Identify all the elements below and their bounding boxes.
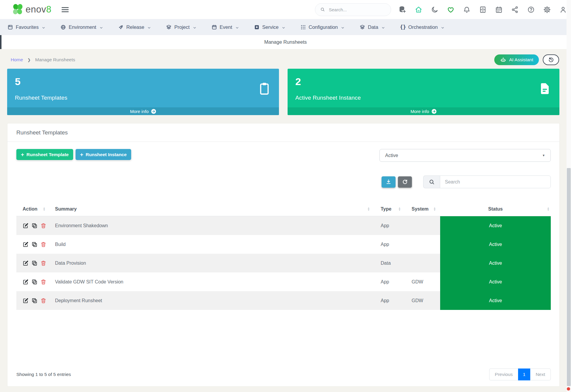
pagination-next-button[interactable]: Next	[530, 369, 551, 380]
pagination-previous-button[interactable]: Previous	[489, 369, 518, 380]
global-search-input[interactable]	[328, 7, 386, 12]
table-row: Build App Active	[16, 235, 551, 254]
recording-dot	[567, 387, 570, 391]
cell-system: GDW	[403, 291, 440, 310]
nav-item-data[interactable]: Data	[352, 19, 393, 35]
nav-item-service[interactable]: Service	[247, 19, 293, 35]
global-search	[315, 3, 391, 16]
column-header-status[interactable]: Status ▲▼	[440, 202, 551, 216]
table-row: Deployment Runsheet App GDW Active	[16, 291, 551, 310]
download-icon	[385, 179, 392, 185]
sort-icon: ▲▼	[433, 207, 436, 211]
add-runsheet-instance-button[interactable]: + Runsheet Instance	[76, 149, 131, 160]
cell-system	[403, 235, 440, 254]
add-runsheet-template-button[interactable]: + Runsheet Template	[16, 149, 73, 160]
entries-summary: Showing 1 to 5 of 5 entries	[16, 372, 71, 377]
nav-item-configuration[interactable]: Configuration	[293, 19, 352, 35]
card-value: 5	[15, 76, 271, 87]
copy-icon[interactable]	[32, 279, 37, 285]
cell-system: GDW	[403, 272, 440, 291]
page-title-bar: Manage Runsheets	[0, 35, 571, 49]
delete-icon[interactable]	[40, 242, 46, 247]
cell-type: App	[373, 216, 403, 235]
star-box-icon	[254, 24, 260, 30]
settings-gear-icon[interactable]	[543, 6, 551, 13]
nav-item-environment[interactable]: Environment	[53, 19, 111, 35]
help-icon[interactable]	[527, 6, 535, 13]
download-button[interactable]	[382, 176, 396, 188]
nav-item-event[interactable]: Event	[204, 19, 247, 35]
edit-icon[interactable]	[23, 279, 29, 285]
cell-type: App	[373, 235, 403, 254]
pagination-page-1-button[interactable]: 1	[518, 369, 530, 380]
edit-icon[interactable]	[23, 223, 29, 229]
refresh-button[interactable]	[398, 176, 412, 188]
refresh-icon	[402, 179, 408, 185]
home-icon[interactable]	[415, 6, 422, 13]
cell-system	[403, 254, 440, 272]
stat-cards-row: 5 Runsheet Templates More info 2 Active …	[7, 69, 559, 115]
notifications-bell-icon[interactable]	[463, 6, 470, 13]
table-search	[423, 175, 551, 188]
chevron-down-icon	[99, 25, 103, 29]
nav-item-release[interactable]: Release	[111, 19, 159, 35]
select-caret-icon: ▼	[542, 154, 545, 157]
copy-icon[interactable]	[32, 260, 37, 266]
nav-label: Orchestration	[408, 24, 438, 30]
data-add-icon[interactable]	[399, 6, 406, 13]
cell-summary: Environment Shakedown	[55, 216, 373, 235]
button-label: Runsheet Template	[26, 152, 69, 157]
delete-icon[interactable]	[40, 260, 46, 266]
dark-mode-icon[interactable]	[431, 6, 438, 13]
nav-item-project[interactable]: Project	[159, 19, 204, 35]
delete-icon[interactable]	[40, 298, 46, 304]
nav-item-orchestration[interactable]: {} Orchestration	[393, 19, 452, 35]
row-actions	[16, 291, 55, 310]
copy-icon[interactable]	[32, 223, 37, 229]
hamburger-menu-icon[interactable]	[60, 6, 70, 13]
ai-assistant-label: AI Assistant	[509, 57, 533, 62]
calendar-icon[interactable]	[495, 6, 503, 13]
favourites-heart-icon[interactable]	[447, 6, 454, 13]
card-label: Runsheet Templates	[15, 95, 271, 101]
column-header-type[interactable]: Type ▲▼	[373, 202, 403, 216]
nav-label: Event	[220, 24, 232, 30]
cell-summary: Validate GDW SIT Code Version	[55, 272, 373, 291]
copy-icon[interactable]	[32, 242, 37, 247]
ai-assistant-button[interactable]: AI Assistant	[494, 54, 539, 65]
runsheet-templates-panel: Runsheet Templates + Runsheet Template +…	[7, 123, 560, 387]
archive-icon[interactable]	[479, 6, 487, 13]
column-header-action[interactable]: Action ▲▼	[16, 202, 55, 216]
chevron-down-icon	[441, 25, 445, 29]
delete-icon[interactable]	[40, 279, 46, 285]
profile-icon[interactable]	[559, 6, 567, 13]
scrollbar-thumb[interactable]	[567, 168, 571, 386]
braces-icon: {}	[400, 24, 406, 30]
copy-icon[interactable]	[32, 298, 37, 304]
card-value: 2	[295, 76, 552, 87]
chevron-down-icon	[193, 25, 197, 29]
status-filter-select[interactable]: Active ▼	[379, 149, 551, 162]
delete-icon[interactable]	[40, 223, 46, 229]
chevron-down-icon	[341, 25, 345, 29]
share-icon[interactable]	[511, 6, 519, 13]
table-search-input[interactable]	[440, 175, 551, 188]
column-header-summary[interactable]: Summary ▲▼	[55, 202, 373, 216]
edit-icon[interactable]	[23, 260, 29, 266]
history-button[interactable]	[543, 54, 559, 65]
history-clock-icon	[548, 57, 554, 63]
top-header-bar: enov8	[0, 0, 571, 19]
nav-item-favourites[interactable]: Favourites	[0, 19, 53, 35]
sort-icon: ▲▼	[398, 207, 401, 211]
column-header-system[interactable]: System ▲▼	[403, 202, 440, 216]
cell-type: Data	[373, 254, 403, 272]
more-info-link[interactable]: More info	[7, 107, 279, 115]
window-icon	[7, 24, 13, 30]
more-info-label: More info	[410, 109, 429, 114]
more-info-link[interactable]: More info	[288, 107, 559, 115]
breadcrumb-home-link[interactable]: Home	[11, 57, 23, 62]
status-filter-value: Active	[385, 153, 398, 158]
edit-icon[interactable]	[23, 298, 29, 304]
sort-icon: ▲▼	[367, 207, 370, 211]
edit-icon[interactable]	[23, 242, 29, 247]
